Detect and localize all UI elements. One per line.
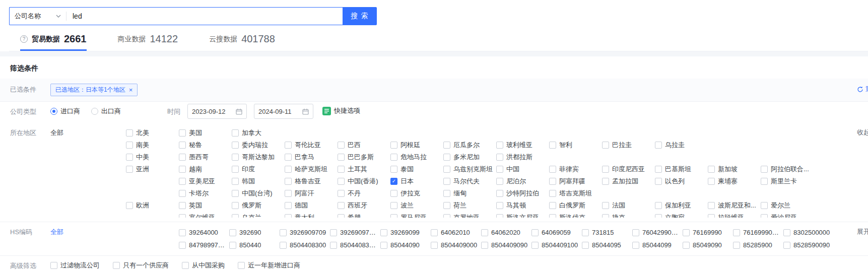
country-checkbox-item[interactable]: 法国	[602, 201, 655, 210]
hs-code-checkbox-item[interactable]: 8528590090	[783, 241, 834, 249]
country-checkbox-item[interactable]: 日本	[390, 177, 443, 186]
quick-options-button[interactable]: 快捷选项	[322, 106, 360, 115]
country-checkbox-item[interactable]: 多米尼加	[443, 153, 496, 162]
country-checkbox-item[interactable]: 拉脱维亚	[708, 213, 761, 218]
hs-code-checkbox-item[interactable]: 8504409000	[431, 241, 481, 249]
regions-collapse-button[interactable]: 收起	[857, 128, 868, 137]
hs-code-checkbox-item[interactable]: 731815	[582, 229, 632, 236]
country-checkbox-item[interactable]: 爱尔兰	[761, 201, 814, 210]
search-input[interactable]	[66, 12, 343, 20]
country-checkbox-item[interactable]: 塔吉克斯坦	[549, 189, 602, 198]
hs-code-checkbox-item[interactable]: 847989979...	[179, 241, 229, 249]
hs-code-checkbox-item[interactable]: 850440839...	[330, 241, 380, 249]
country-checkbox-item[interactable]: 玻利维亚	[496, 141, 549, 150]
country-checkbox-item[interactable]: 危地马拉	[390, 153, 443, 162]
country-checkbox-item[interactable]: 白俄罗斯	[549, 201, 602, 210]
country-checkbox-item[interactable]: 柬埔寨	[708, 177, 761, 186]
hs-code-checkbox-item[interactable]: 392690	[229, 229, 280, 236]
region-checkbox-item[interactable]: 亚洲	[126, 165, 179, 174]
advanced-filter-checkbox-item[interactable]: 只有一个供应商	[113, 261, 172, 270]
hs-code-checkbox-item[interactable]: 760429900...	[632, 229, 683, 236]
country-checkbox-item[interactable]: 卡塔尔	[179, 189, 232, 198]
country-checkbox-item[interactable]: 阿塞拜疆	[549, 177, 602, 186]
country-checkbox-item[interactable]: 中国(香港)	[338, 177, 390, 186]
country-checkbox-item[interactable]: 波斯尼亚和...	[708, 201, 761, 210]
country-checkbox-item[interactable]: 伊拉克	[390, 189, 443, 198]
country-checkbox-item[interactable]: 缅甸	[443, 189, 496, 198]
hs-expand-button[interactable]: 展开	[857, 227, 868, 236]
country-checkbox-item[interactable]: 韩国	[232, 177, 285, 186]
hs-code-checkbox-item[interactable]: 85049090	[683, 241, 733, 249]
country-checkbox-item[interactable]: 不丹	[338, 189, 390, 198]
hs-code-checkbox-item[interactable]: 761699909...	[733, 229, 783, 236]
hs-code-checkbox-item[interactable]: 85285900	[733, 241, 783, 249]
hs-code-checkbox-item[interactable]: 64069059	[531, 229, 582, 236]
region-checkbox-item[interactable]: 北美	[126, 128, 179, 138]
region-checkbox-item[interactable]: 南美	[126, 141, 179, 150]
country-checkbox-item[interactable]: 土耳其	[338, 165, 390, 174]
country-checkbox-item[interactable]: 洪都拉斯	[496, 153, 549, 162]
country-checkbox-item[interactable]: 哥伦比亚	[285, 141, 338, 150]
country-checkbox-item[interactable]: 斯里兰卡	[761, 177, 814, 186]
country-checkbox-item[interactable]: 斯洛伐克	[549, 213, 602, 218]
selected-region-tag[interactable]: 已选地区：日本等1个地区 ×	[50, 84, 138, 96]
country-checkbox-item[interactable]: 保加利亚	[655, 201, 708, 210]
reset-button[interactable]: 重置	[857, 85, 868, 94]
country-checkbox-item[interactable]: 乌兹别克斯坦	[443, 165, 496, 174]
hs-code-checkbox-item[interactable]: 64062010	[431, 229, 481, 236]
country-checkbox-item[interactable]: 以色列	[655, 177, 708, 186]
country-checkbox-item[interactable]: 印度尼西亚	[602, 165, 655, 174]
country-checkbox-item[interactable]: 哥斯达黎加	[232, 153, 285, 162]
country-checkbox-item[interactable]: 罗马尼亚	[390, 213, 443, 218]
hs-code-checkbox-item[interactable]: 8504408300	[280, 241, 330, 249]
hs-code-checkbox-item[interactable]: 392690979...	[330, 229, 380, 236]
country-checkbox-item[interactable]: 印度	[232, 165, 285, 174]
tab-business-data[interactable]: 商业数据 14122	[118, 33, 178, 51]
hs-code-checkbox-item[interactable]: 850440	[229, 241, 280, 249]
tab-trade-data[interactable]: ? 贸易数据 2661	[20, 33, 87, 51]
country-checkbox-item[interactable]: 委内瑞拉	[232, 141, 285, 150]
hs-code-checkbox-item[interactable]: 8504409090	[481, 241, 531, 249]
country-checkbox-item[interactable]: 秘鲁	[179, 141, 232, 150]
advanced-filter-checkbox-item[interactable]: 近一年新增进口商	[238, 261, 303, 270]
country-checkbox-item[interactable]: 加拿大	[232, 128, 285, 138]
country-checkbox-item[interactable]: 马其顿	[496, 201, 549, 210]
country-checkbox-item[interactable]: 亚美尼亚	[179, 177, 232, 186]
region-checkbox-item[interactable]: 中美	[126, 153, 179, 162]
country-checkbox-item[interactable]: 越南	[179, 165, 232, 174]
country-checkbox-item[interactable]: 塞尔维亚	[179, 213, 232, 218]
country-checkbox-item[interactable]: 中国	[496, 165, 549, 174]
country-checkbox-item[interactable]: 荷兰	[443, 201, 496, 210]
country-checkbox-item[interactable]: 新加坡	[708, 165, 761, 174]
date-to-input[interactable]: 2024-09-11	[254, 104, 313, 119]
regions-all-button[interactable]: 全部	[50, 127, 126, 138]
country-checkbox-item[interactable]: 乌拉圭	[655, 141, 708, 150]
country-checkbox-item[interactable]: 美国	[179, 128, 232, 138]
country-checkbox-item[interactable]: 中国(台湾)	[232, 189, 285, 198]
country-checkbox-item[interactable]: 波兰	[390, 201, 443, 210]
hs-code-checkbox-item[interactable]: 76169990	[683, 229, 733, 236]
advanced-filter-checkbox-item[interactable]: 从中国采购	[182, 261, 228, 270]
radio-exporter[interactable]: 出口商	[91, 106, 121, 116]
country-checkbox-item[interactable]: 阿拉伯联合...	[761, 165, 814, 174]
country-checkbox-item[interactable]: 墨西哥	[179, 153, 232, 162]
country-checkbox-item[interactable]: 格鲁吉亚	[285, 177, 338, 186]
hs-code-checkbox-item[interactable]: 8504409100	[531, 241, 582, 249]
country-checkbox-item[interactable]: 孟加拉国	[602, 177, 655, 186]
country-checkbox-item[interactable]: 厄瓜多尔	[443, 141, 496, 150]
help-icon[interactable]: ?	[20, 35, 28, 43]
country-checkbox-item[interactable]: 巴拉圭	[602, 141, 655, 150]
country-checkbox-item[interactable]: 立陶宛	[655, 213, 708, 218]
country-checkbox-item[interactable]: 阿根廷	[390, 141, 443, 150]
country-checkbox-item[interactable]: 意大利	[285, 213, 338, 218]
country-checkbox-item[interactable]: 俄罗斯	[232, 201, 285, 210]
hs-code-checkbox-item[interactable]: 8302500000	[783, 229, 834, 236]
search-button[interactable]: 搜 索	[343, 7, 377, 25]
country-checkbox-item[interactable]: 泰国	[390, 165, 443, 174]
hs-code-checkbox-item[interactable]: 85044095	[582, 241, 632, 249]
close-icon[interactable]: ×	[129, 86, 133, 94]
country-checkbox-item[interactable]: 西班牙	[338, 201, 390, 210]
hs-code-checkbox-item[interactable]: 85044090	[380, 241, 431, 249]
country-checkbox-item[interactable]: 菲律宾	[549, 165, 602, 174]
radio-importer[interactable]: 进口商	[50, 106, 80, 116]
